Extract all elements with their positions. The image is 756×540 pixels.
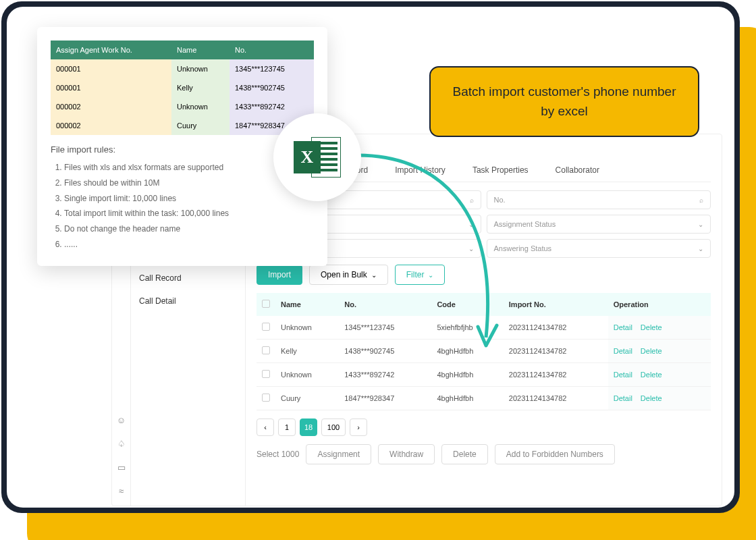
cell-no: 1438***902745: [339, 340, 431, 363]
row-checkbox[interactable]: [262, 394, 270, 402]
data-table: Name No. Code Import No. Operation Unkno…: [256, 293, 711, 410]
chevron-down-icon: ⌄: [428, 271, 433, 279]
filter-no[interactable]: No.⌕: [487, 190, 711, 209]
cell-import: 20231124134782: [504, 340, 608, 363]
withdraw-button[interactable]: Withdraw: [378, 444, 435, 464]
col-code: Code: [431, 293, 503, 316]
rule-item: Files should be within 10M: [64, 176, 314, 191]
open-bulk-button[interactable]: Open in Bulk⌄: [309, 265, 388, 285]
delete-button[interactable]: Delete: [441, 444, 488, 464]
sidebar-item-call-detail[interactable]: Call Detail: [131, 290, 245, 313]
sample-row: 000001Kelly1438***902745: [51, 78, 314, 97]
sample-row: 000001Unknown1345***123745: [51, 59, 314, 78]
page-next[interactable]: ›: [350, 418, 367, 436]
tab-task-properties[interactable]: Task Properties: [473, 160, 529, 182]
folder-icon[interactable]: ▭: [115, 460, 128, 475]
cell-ops: DetailDelete: [608, 387, 711, 410]
import-button[interactable]: Import: [256, 265, 302, 285]
row-checkbox[interactable]: [262, 370, 270, 378]
cell-no: 1345***123745: [339, 316, 431, 340]
delete-link[interactable]: Delete: [641, 394, 662, 402]
cell-name: Unknown: [275, 363, 339, 387]
delete-link[interactable]: Delete: [641, 347, 662, 355]
page-1[interactable]: 1: [278, 418, 296, 436]
detail-link[interactable]: Detail: [614, 371, 632, 379]
cell-ops: DetailDelete: [608, 316, 711, 340]
cell-code: 4bghHdfbh: [431, 340, 503, 363]
sample-table: Assign Agent Work No. Name No. 000001Unk…: [51, 40, 314, 135]
cell-import: 20231124134782: [504, 387, 608, 410]
cell-no: 1433***892742: [339, 363, 431, 387]
wifi-icon[interactable]: ≈: [116, 483, 126, 499]
detail-link[interactable]: Detail: [614, 323, 632, 331]
chevron-down-icon: ⌄: [698, 245, 703, 252]
search-icon: ⌕: [470, 196, 474, 204]
sidebar-item-call-record[interactable]: Call Record: [131, 267, 245, 290]
cell-name: Cuury: [275, 387, 339, 410]
forbidden-button[interactable]: Add to Forbidden Numbers: [495, 444, 615, 464]
rules-list: Files with xls and xlsx formats are supp…: [51, 160, 314, 252]
excel-icon: X: [273, 113, 361, 201]
cell-code: 4bghHdfbh: [431, 387, 503, 410]
chevron-down-icon: ⌄: [371, 271, 377, 279]
filter-answering-status[interactable]: Answering Status⌄: [487, 239, 711, 258]
delete-link[interactable]: Delete: [641, 323, 662, 331]
pagination: ‹ 1 18 100 ›: [256, 418, 711, 436]
table-row: Kelly 1438***902745 4bghHdfbh 2023112413…: [256, 340, 711, 363]
sample-row: 000002Cuury1847***928347: [51, 116, 314, 135]
callout-bubble: Batch import customer's phone number by …: [429, 66, 699, 137]
col-operation: Operation: [608, 293, 711, 316]
row-checkbox[interactable]: [262, 346, 270, 354]
sample-col-name: Name: [171, 40, 230, 59]
filter-button[interactable]: Filter⌄: [395, 265, 446, 285]
select-count: Select 1000: [256, 450, 299, 459]
page-prev[interactable]: ‹: [256, 418, 274, 436]
col-name: Name: [275, 293, 339, 316]
cell-name: Unknown: [275, 316, 339, 340]
col-import-no: Import No.: [504, 293, 608, 316]
action-row: Import Open in Bulk⌄ Filter⌄: [256, 265, 711, 285]
page-100[interactable]: 100: [321, 418, 346, 436]
bulk-actions: Select 1000 Assignment Withdraw Delete A…: [256, 444, 711, 464]
page-18[interactable]: 18: [300, 418, 317, 436]
table-row: Cuury 1847***928347 4bghHdfbh 2023112413…: [256, 387, 711, 410]
filter-assignment-status[interactable]: Assignment Status⌄: [487, 215, 711, 234]
detail-link[interactable]: Detail: [614, 347, 632, 355]
cell-code: 5xiehfbfjhb: [431, 316, 503, 340]
cell-import: 20231124134782: [504, 316, 608, 340]
tab-collaborator[interactable]: Collaborator: [556, 160, 599, 182]
rule-item: Do not change the header name: [64, 221, 314, 237]
chevron-down-icon: ⌄: [698, 221, 703, 228]
assignment-button[interactable]: Assignment: [306, 444, 371, 464]
rule-item: Total import limit within the task: 100,…: [64, 206, 314, 221]
detail-link[interactable]: Detail: [614, 394, 632, 402]
col-no: No.: [339, 293, 431, 316]
cell-no: 1847***928347: [339, 387, 431, 410]
row-checkbox[interactable]: [262, 323, 270, 331]
rule-item: ......: [64, 237, 314, 252]
tab-import-history[interactable]: Import History: [395, 160, 446, 182]
cell-name: Kelly: [275, 340, 339, 363]
user-icon[interactable]: ☺: [114, 412, 128, 428]
chevron-down-icon: ⌄: [468, 221, 474, 228]
chevron-down-icon: ⌄: [468, 245, 474, 252]
search-icon: ⌕: [699, 196, 703, 204]
sample-col-agent: Assign Agent Work No.: [51, 40, 171, 59]
sample-row: 000002Unknown1433***892742: [51, 97, 314, 116]
table-row: Unknown 1345***123745 5xiehfbfjhb 202311…: [256, 316, 711, 340]
rule-item: Single import limit: 10,000 lines: [64, 191, 314, 207]
bell-icon[interactable]: ♤: [115, 436, 128, 452]
cell-import: 20231124134782: [504, 363, 608, 387]
table-row: Unknown 1433***892742 4bghHdfbh 20231124…: [256, 363, 711, 387]
cell-ops: DetailDelete: [608, 340, 711, 363]
delete-link[interactable]: Delete: [641, 371, 662, 379]
checkbox-all[interactable]: [262, 300, 270, 308]
sample-col-no: No.: [230, 40, 314, 59]
cell-code: 4bghHdfbh: [431, 363, 503, 387]
cell-ops: DetailDelete: [608, 363, 711, 387]
